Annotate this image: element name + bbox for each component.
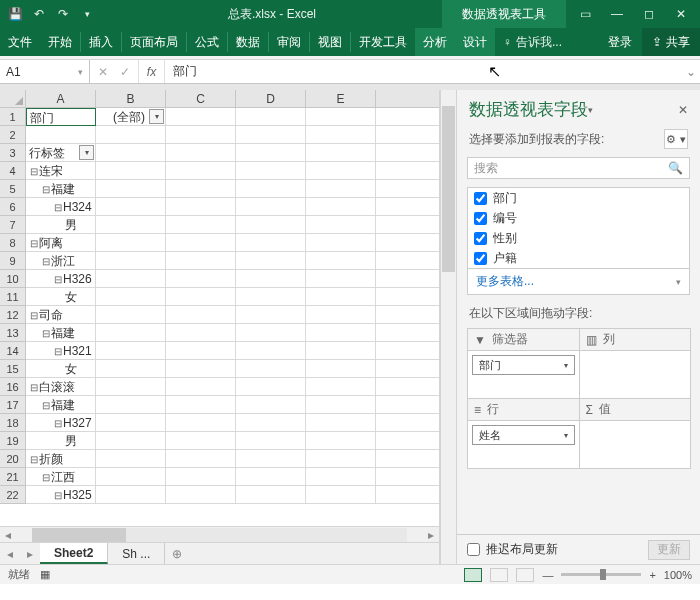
cell-C22[interactable] <box>166 486 236 504</box>
columns-area[interactable]: ▥列 <box>579 328 692 399</box>
cell-E10[interactable] <box>306 270 376 288</box>
row-20[interactable]: 20 <box>0 450 26 468</box>
cell-C6[interactable] <box>166 198 236 216</box>
cell-C14[interactable] <box>166 342 236 360</box>
cell-D5[interactable] <box>236 180 306 198</box>
zoom-level[interactable]: 100% <box>664 569 692 581</box>
collapse-icon[interactable]: ⊟ <box>41 325 51 343</box>
row-4[interactable]: 4 <box>0 162 26 180</box>
cell-A21[interactable]: ⊟江西 <box>26 468 96 486</box>
new-sheet-button[interactable]: ⊕ <box>165 547 189 561</box>
cell-B19[interactable] <box>96 432 166 450</box>
cell-C20[interactable] <box>166 450 236 468</box>
cell-A15[interactable]: 女 <box>26 360 96 378</box>
sheet-nav-prev[interactable]: ◂ <box>0 547 20 561</box>
macro-icon[interactable]: ▦ <box>40 568 50 581</box>
col-E[interactable]: E <box>306 90 376 108</box>
tab-1[interactable]: 插入 <box>81 28 121 56</box>
cell-A11[interactable]: 女 <box>26 288 96 306</box>
view-normal[interactable] <box>464 568 482 582</box>
cell-D20[interactable] <box>236 450 306 468</box>
cell-D9[interactable] <box>236 252 306 270</box>
rows-area[interactable]: ≡行 姓名▾ <box>467 398 580 469</box>
cell-A7[interactable]: 男 <box>26 216 96 234</box>
cell-D7[interactable] <box>236 216 306 234</box>
cell-C12[interactable] <box>166 306 236 324</box>
formula-input[interactable]: 部门 <box>165 60 682 83</box>
cell-A16[interactable]: ⊟白滚滚 <box>26 378 96 396</box>
cell-C19[interactable] <box>166 432 236 450</box>
cell-D17[interactable] <box>236 396 306 414</box>
row-13[interactable]: 13 <box>0 324 26 342</box>
defer-checkbox[interactable] <box>467 543 480 556</box>
tab-file[interactable]: 文件 <box>0 28 40 56</box>
ribbon-options-icon[interactable]: ▭ <box>570 3 600 25</box>
tab-7[interactable]: 开发工具 <box>351 28 415 56</box>
cell-A1[interactable]: 部门 <box>26 108 96 126</box>
collapse-icon[interactable]: ⊟ <box>29 307 39 325</box>
cell-D19[interactable] <box>236 432 306 450</box>
field-item[interactable]: 户籍 <box>468 248 689 268</box>
tab-4[interactable]: 数据 <box>228 28 268 56</box>
row-10[interactable]: 10 <box>0 270 26 288</box>
cell-E1[interactable] <box>306 108 376 126</box>
cell-A9[interactable]: ⊟浙江 <box>26 252 96 270</box>
cell-B3[interactable] <box>96 144 166 162</box>
values-area[interactable]: Σ值 <box>579 398 692 469</box>
cell-B2[interactable] <box>96 126 166 144</box>
field-item[interactable]: 编号 <box>468 208 689 228</box>
cell-B21[interactable] <box>96 468 166 486</box>
field-checkbox[interactable] <box>474 232 487 245</box>
cell-C4[interactable] <box>166 162 236 180</box>
scroll-thumb[interactable] <box>32 528 126 542</box>
search-icon[interactable]: 🔍 <box>668 161 683 175</box>
collapse-icon[interactable]: ⊟ <box>41 181 51 199</box>
cell-C15[interactable] <box>166 360 236 378</box>
cell-E8[interactable] <box>306 234 376 252</box>
cell-B7[interactable] <box>96 216 166 234</box>
collapse-icon[interactable]: ⊟ <box>41 469 51 487</box>
filter-pill[interactable]: 部门▾ <box>472 355 575 375</box>
field-item[interactable]: 性别 <box>468 228 689 248</box>
cell-C8[interactable] <box>166 234 236 252</box>
cell-E2[interactable] <box>306 126 376 144</box>
pane-menu-icon[interactable]: ▾ <box>588 105 593 115</box>
cell-A18[interactable]: ⊟H327 <box>26 414 96 432</box>
cell-D21[interactable] <box>236 468 306 486</box>
collapse-icon[interactable]: ⊟ <box>53 199 63 217</box>
row-19[interactable]: 19 <box>0 432 26 450</box>
cell-B1[interactable]: (全部)▾ <box>96 108 166 126</box>
cell-A8[interactable]: ⊟阿离 <box>26 234 96 252</box>
filter-dropdown[interactable]: ▾ <box>149 109 164 124</box>
col-B[interactable]: B <box>96 90 166 108</box>
cell-D1[interactable] <box>236 108 306 126</box>
row-11[interactable]: 11 <box>0 288 26 306</box>
cell-C9[interactable] <box>166 252 236 270</box>
undo-icon[interactable]: ↶ <box>28 3 50 25</box>
cell-E15[interactable] <box>306 360 376 378</box>
row-2[interactable]: 2 <box>0 126 26 144</box>
field-item[interactable]: 部门 <box>468 188 689 208</box>
cell-E12[interactable] <box>306 306 376 324</box>
cell-C21[interactable] <box>166 468 236 486</box>
row-1[interactable]: 1 <box>0 108 26 126</box>
sheet-tab-other[interactable]: Sh ... <box>108 543 165 564</box>
cell-A14[interactable]: ⊟H321 <box>26 342 96 360</box>
row-9[interactable]: 9 <box>0 252 26 270</box>
col-C[interactable]: C <box>166 90 236 108</box>
update-button[interactable]: 更新 <box>648 540 690 560</box>
cell-E17[interactable] <box>306 396 376 414</box>
row-7[interactable]: 7 <box>0 216 26 234</box>
tab-5[interactable]: 审阅 <box>269 28 309 56</box>
cell-D18[interactable] <box>236 414 306 432</box>
ctx-tab-0[interactable]: 分析 <box>415 28 455 56</box>
cell-B17[interactable] <box>96 396 166 414</box>
save-icon[interactable]: 💾 <box>4 3 26 25</box>
tab-3[interactable]: 公式 <box>187 28 227 56</box>
cell-B22[interactable] <box>96 486 166 504</box>
cell-D8[interactable] <box>236 234 306 252</box>
cell-B15[interactable] <box>96 360 166 378</box>
cell-C17[interactable] <box>166 396 236 414</box>
zoom-out[interactable]: — <box>542 569 553 581</box>
cell-D14[interactable] <box>236 342 306 360</box>
